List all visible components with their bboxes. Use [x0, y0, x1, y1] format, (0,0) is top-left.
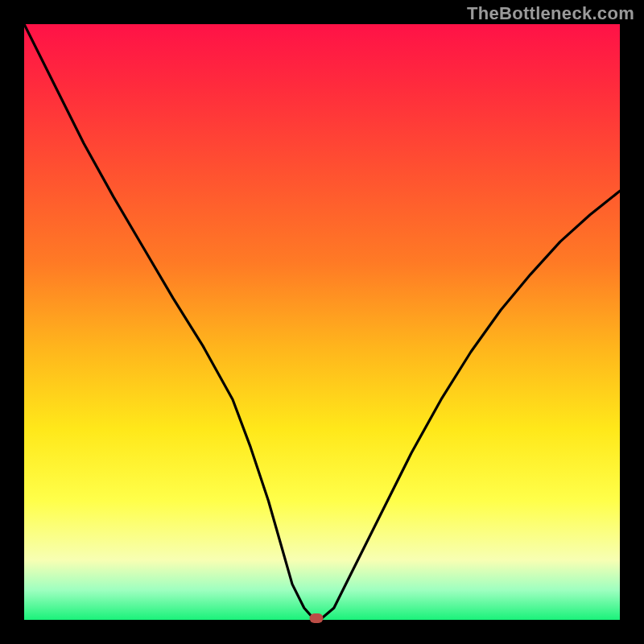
bottleneck-curve [24, 24, 620, 620]
site-watermark: TheBottleneck.com [467, 3, 634, 24]
plot-area [24, 24, 620, 620]
optimum-marker [309, 613, 323, 623]
chart-frame: TheBottleneck.com [0, 0, 644, 644]
